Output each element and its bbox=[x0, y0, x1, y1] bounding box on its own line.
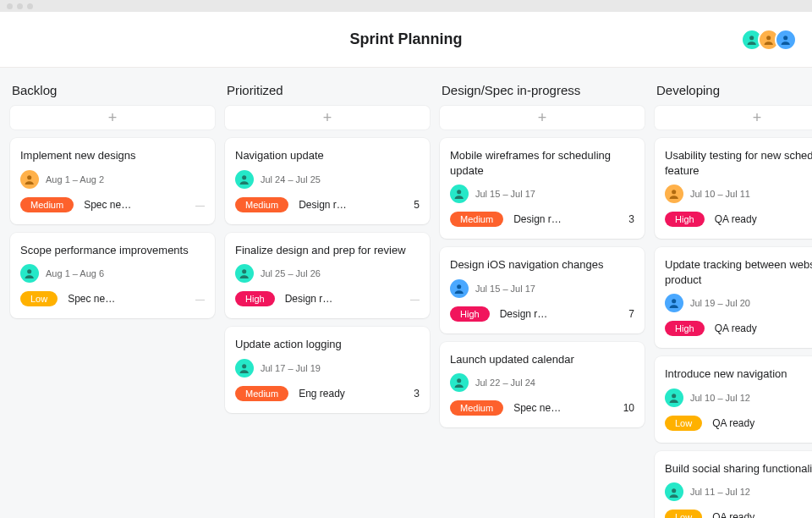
svg-point-5 bbox=[242, 175, 246, 179]
svg-point-13 bbox=[672, 394, 676, 398]
assignee-avatar[interactable] bbox=[20, 170, 39, 189]
date-range: Jul 15 – Jul 17 bbox=[475, 284, 535, 294]
column-backlog: Backlog + Implement new designs Aug 1 – … bbox=[10, 83, 215, 518]
status-label: Spec ne… bbox=[513, 402, 561, 414]
svg-point-14 bbox=[672, 488, 676, 493]
column-title: Design/Spec in-progress bbox=[440, 83, 645, 97]
priority-pill: Medium bbox=[235, 197, 288, 212]
date-range: Jul 15 – Jul 17 bbox=[475, 189, 535, 199]
priority-pill: Medium bbox=[20, 197, 74, 212]
card[interactable]: Mobile wireframes for scheduling update … bbox=[440, 138, 645, 239]
card[interactable]: Design iOS navigation changes Jul 15 – J… bbox=[440, 247, 645, 333]
priority-pill: Low bbox=[665, 510, 702, 518]
assignee-avatar[interactable] bbox=[665, 482, 683, 501]
svg-point-8 bbox=[457, 190, 461, 195]
plus-icon: + bbox=[108, 109, 118, 127]
status-label: Design r… bbox=[500, 308, 548, 320]
svg-point-11 bbox=[672, 190, 676, 195]
card[interactable]: Update action logging Jul 17 – Jul 19 Me… bbox=[225, 327, 430, 413]
svg-point-10 bbox=[457, 379, 461, 383]
header: Sprint Planning bbox=[0, 12, 812, 68]
priority-pill: High bbox=[450, 306, 490, 322]
column-prioritized: Prioritized + Navigation update Jul 24 –… bbox=[225, 83, 430, 518]
assignee-avatar[interactable] bbox=[235, 359, 254, 377]
svg-point-3 bbox=[27, 175, 31, 179]
assignee-avatar[interactable] bbox=[450, 373, 469, 392]
card-title: Scope performance improvements bbox=[20, 243, 205, 258]
card-title: Introduce new navigation bbox=[665, 366, 812, 382]
column-design-spec: Design/Spec in-progress + Mobile wirefra… bbox=[440, 83, 645, 518]
subtask-count: 3 bbox=[628, 213, 634, 225]
assignee-avatar[interactable] bbox=[665, 185, 683, 203]
svg-point-4 bbox=[27, 270, 31, 274]
card-title: Update tracking between website and prod… bbox=[665, 257, 812, 287]
subtask-count: — bbox=[195, 200, 205, 210]
add-card-button[interactable]: + bbox=[440, 106, 645, 130]
svg-point-9 bbox=[457, 284, 461, 289]
assignee-avatar[interactable] bbox=[665, 388, 683, 407]
card[interactable]: Implement new designs Aug 1 – Aug 2 Medi… bbox=[10, 138, 215, 224]
status-label: Spec ne… bbox=[84, 199, 131, 211]
column-title: Developing bbox=[655, 83, 812, 97]
priority-pill: Medium bbox=[235, 386, 288, 401]
date-range: Jul 24 – Jul 25 bbox=[261, 174, 321, 185]
date-range: Jul 17 – Jul 19 bbox=[261, 363, 321, 373]
card-title: Usability testing for new scheduling fea… bbox=[665, 148, 812, 178]
card[interactable]: Scope performance improvements Aug 1 – A… bbox=[10, 233, 215, 319]
add-card-button[interactable]: + bbox=[10, 106, 215, 130]
priority-pill: High bbox=[665, 212, 705, 227]
card[interactable]: Introduce new navigation Jul 10 – Jul 12… bbox=[655, 356, 812, 443]
svg-point-2 bbox=[783, 36, 787, 40]
status-label: Design r… bbox=[299, 199, 347, 211]
card[interactable]: Launch updated calendar Jul 22 – Jul 24 … bbox=[440, 342, 645, 428]
avatar[interactable] bbox=[775, 29, 797, 51]
priority-pill: High bbox=[665, 321, 705, 336]
svg-point-1 bbox=[766, 36, 771, 40]
card[interactable]: Navigation update Jul 24 – Jul 25 Medium… bbox=[225, 138, 430, 224]
add-card-button[interactable]: + bbox=[225, 106, 430, 130]
card-title: Implement new designs bbox=[20, 148, 205, 163]
date-range: Jul 11 – Jul 12 bbox=[690, 487, 750, 497]
subtask-count: — bbox=[195, 294, 205, 304]
status-label: QA ready bbox=[715, 213, 757, 225]
date-range: Jul 25 – Jul 26 bbox=[261, 268, 321, 278]
collaborators[interactable] bbox=[746, 29, 797, 51]
status-label: QA ready bbox=[712, 417, 754, 429]
svg-point-6 bbox=[242, 270, 246, 274]
plus-icon: + bbox=[323, 109, 332, 127]
assignee-avatar[interactable] bbox=[450, 185, 469, 203]
subtask-count: 10 bbox=[623, 402, 634, 414]
priority-pill: Medium bbox=[450, 400, 503, 416]
svg-point-0 bbox=[749, 36, 754, 40]
card-title: Mobile wireframes for scheduling update bbox=[450, 148, 634, 178]
subtask-count: 3 bbox=[414, 388, 420, 400]
add-card-button[interactable]: + bbox=[655, 106, 812, 130]
card[interactable]: Build social sharing functionality Jul 1… bbox=[655, 451, 812, 518]
card-title: Design iOS navigation changes bbox=[450, 257, 634, 273]
plus-icon: + bbox=[753, 109, 762, 127]
assignee-avatar[interactable] bbox=[450, 279, 469, 298]
window-strip bbox=[0, 0, 812, 12]
status-label: Eng ready bbox=[299, 388, 345, 400]
subtask-count: — bbox=[410, 294, 420, 304]
status-label: QA ready bbox=[712, 511, 754, 518]
assignee-avatar[interactable] bbox=[235, 264, 254, 283]
date-range: Aug 1 – Aug 2 bbox=[46, 174, 104, 185]
assignee-avatar[interactable] bbox=[235, 170, 254, 189]
plus-icon: + bbox=[538, 109, 547, 127]
column-title: Backlog bbox=[10, 83, 215, 97]
assignee-avatar[interactable] bbox=[665, 294, 683, 312]
priority-pill: Low bbox=[665, 416, 702, 431]
card-title: Build social sharing functionality bbox=[665, 461, 812, 477]
page-title: Sprint Planning bbox=[350, 30, 463, 48]
card[interactable]: Usability testing for new scheduling fea… bbox=[655, 138, 812, 239]
card[interactable]: Update tracking between website and prod… bbox=[655, 247, 812, 348]
card-title: Finalize design and prep for review bbox=[235, 243, 420, 258]
column-developing: Developing + Usability testing for new s… bbox=[655, 83, 812, 518]
card[interactable]: Finalize design and prep for review Jul … bbox=[225, 233, 430, 319]
subtask-count: 7 bbox=[628, 308, 634, 320]
date-range: Aug 1 – Aug 6 bbox=[46, 268, 104, 278]
card-title: Update action logging bbox=[235, 337, 420, 352]
priority-pill: Medium bbox=[450, 212, 503, 227]
assignee-avatar[interactable] bbox=[20, 264, 39, 283]
